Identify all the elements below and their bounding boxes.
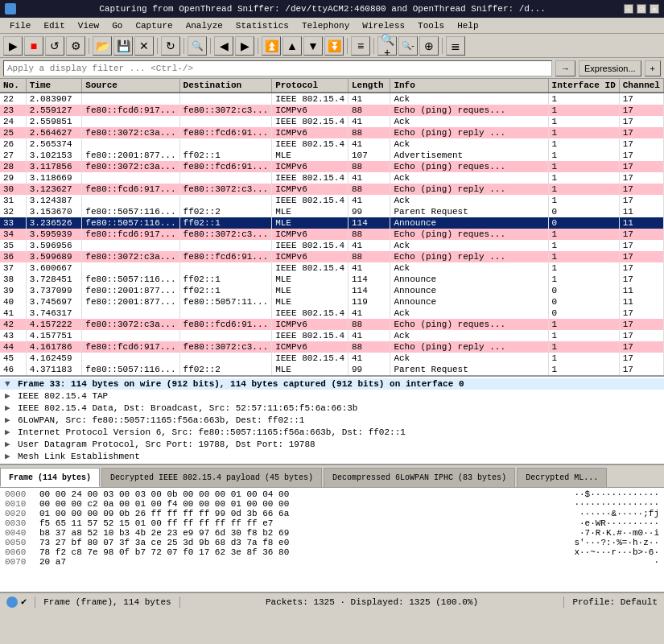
tab-0[interactable]: Frame (114 bytes) (0, 468, 100, 487)
tab-2[interactable]: Decompressed 6LoWPAN IPHC (83 bytes) (324, 468, 515, 487)
menu-capture[interactable]: Capture (129, 19, 179, 32)
hex-row[interactable]: 006078 f2 c8 7e 98 0f b7 72 07 f0 17 62 … (5, 547, 659, 557)
table-row[interactable]: 383.728451fe80::5057:116...ff02::1MLE114… (0, 274, 664, 285)
hex-row[interactable]: 005073 27 bf 80 07 3f 3a ce 25 3d 9b 68 … (5, 538, 659, 547)
go-forward-button[interactable]: ▶ (235, 36, 254, 56)
go-back-button[interactable]: ◀ (214, 36, 233, 56)
menu-analyze[interactable]: Analyze (179, 19, 229, 32)
detail-row[interactable]: ▶User Datagram Protocol, Src Port: 19788… (0, 438, 664, 450)
reload-button[interactable]: ↻ (161, 36, 180, 56)
go-down-button[interactable]: ▼ (303, 36, 323, 56)
col-header-no[interactable]: No. (0, 79, 26, 93)
col-header-time[interactable]: Time (26, 79, 82, 93)
table-row[interactable]: 454.162459IEEE 802.15.441Ack117 (0, 353, 664, 364)
table-cell: 1 (548, 127, 619, 138)
table-row[interactable]: 333.236526fe80::5057:116...ff02::1MLE114… (0, 217, 664, 229)
col-header-channel[interactable]: Channel (619, 79, 663, 93)
detail-row[interactable]: ▶Internet Protocol Version 6, Src: fe80:… (0, 426, 664, 438)
table-row[interactable]: 434.157751IEEE 802.15.441Ack117 (0, 330, 664, 341)
hex-offset: 0010 (5, 499, 33, 509)
save-button[interactable]: 💾 (113, 36, 133, 56)
col-header-length[interactable]: Length (348, 79, 390, 93)
table-row[interactable]: 273.102153fe80::2001:877...ff02::1MLE107… (0, 150, 664, 161)
detail-row[interactable]: ▶6LoWPAN, Src: fe80::5057:1165:f56a:663b… (0, 414, 664, 426)
table-cell: Echo (ping) reply ... (390, 341, 548, 353)
table-cell: 88 (348, 105, 390, 116)
table-row[interactable]: 393.737099fe80::2001:877...ff02::1MLE114… (0, 285, 664, 296)
table-cell: 41 (348, 353, 390, 364)
table-row[interactable]: 222.083907IEEE 802.15.441Ack117 (0, 93, 664, 105)
packet-list-container[interactable]: No. Time Source Destination Protocol Len… (0, 79, 664, 377)
go-up-button[interactable]: ▲ (283, 36, 302, 56)
col-header-source[interactable]: Source (82, 79, 179, 93)
detail-row[interactable]: ▶IEEE 802.15.4 TAP (0, 390, 664, 402)
tab-1[interactable]: Decrypted IEEE 802.15.4 payload (45 byte… (101, 468, 322, 487)
menu-wireless[interactable]: Wireless (356, 19, 411, 32)
go-bottom-button[interactable]: ⏬ (324, 36, 344, 56)
table-row[interactable]: 323.153670fe80::5057:116...ff02::2MLE99P… (0, 206, 664, 217)
table-row[interactable]: 283.117856fe80::3072:c3a...fe80::fcd6:91… (0, 161, 664, 172)
start-capture-button[interactable]: ▶ (3, 36, 23, 56)
restart-button[interactable]: ↺ (45, 36, 64, 56)
stop-capture-button[interactable]: ■ (24, 36, 43, 56)
zoom-out-button[interactable]: 🔍- (398, 36, 418, 56)
menu-view[interactable]: View (72, 19, 105, 32)
hex-row[interactable]: 0040b8 37 a8 52 10 b3 4b 2e 23 e9 97 6d … (5, 528, 659, 538)
menu-help[interactable]: Help (451, 19, 485, 32)
table-row[interactable]: 242.559851IEEE 802.15.441Ack117 (0, 116, 664, 127)
table-row[interactable]: 403.745697fe80::2001:877...fe80::5057:11… (0, 296, 664, 308)
menu-edit[interactable]: Edit (37, 19, 71, 32)
table-row[interactable]: 464.371183fe80::5057:116...ff02::2MLE99P… (0, 364, 664, 375)
add-filter-button[interactable]: + (645, 60, 661, 76)
tab-3[interactable]: Decrypted ML... (517, 468, 607, 487)
expand-arrow-icon: ▶ (5, 415, 14, 425)
hex-row[interactable]: 002001 00 00 00 09 0b 26 ff ff ff ff 99 … (5, 509, 659, 518)
table-cell: 11 (619, 217, 663, 229)
frame-info: Frame (frame), 114 bytes (43, 597, 171, 607)
table-row[interactable]: 303.123627fe80::fcd6:917...fe80::3072:c3… (0, 184, 664, 195)
hex-row[interactable]: 007020 a7 · (5, 557, 659, 567)
zoom-in-button[interactable]: 🔍+ (377, 36, 397, 56)
detail-row[interactable]: ▶IEEE 802.15.4 Data, Dst: Broadcast, Src… (0, 402, 664, 414)
minimize-button[interactable]: ─ (624, 4, 633, 14)
close-file-button[interactable]: ✕ (134, 36, 154, 56)
close-button[interactable]: ✕ (650, 4, 659, 14)
display-filter-input[interactable] (3, 60, 552, 76)
col-header-destination[interactable]: Destination (179, 79, 272, 93)
table-row[interactable]: 343.595939fe80::fcd6:917...fe80::3072:c3… (0, 229, 664, 240)
table-row[interactable]: 363.599689fe80::3072:c3a...fe80::fcd6:91… (0, 251, 664, 262)
menu-telephony[interactable]: Telephony (295, 19, 356, 32)
table-row[interactable]: 232.559127fe80::fcd6:917...fe80::3072:c3… (0, 105, 664, 116)
options-button[interactable]: ⚙ (66, 36, 85, 56)
menu-tools[interactable]: Tools (411, 19, 451, 32)
hex-row[interactable]: 001000 00 00 c2 0a 00 01 00 f4 00 00 00 … (5, 499, 659, 509)
table-row[interactable]: 313.124387IEEE 802.15.441Ack117 (0, 195, 664, 206)
table-row[interactable]: 444.161786fe80::fcd6:917...fe80::3072:c3… (0, 341, 664, 353)
open-button[interactable]: 📂 (93, 36, 112, 56)
table-row[interactable]: 424.157222fe80::3072:c3a...fe80::fcd6:91… (0, 319, 664, 330)
table-row[interactable]: 373.600667IEEE 802.15.441Ack117 (0, 262, 664, 274)
filter-arrow-button[interactable]: → (555, 60, 575, 76)
menu-statistics[interactable]: Statistics (229, 19, 295, 32)
go-top-button[interactable]: ⏫ (262, 36, 281, 56)
colorize-button[interactable]: ≡ (351, 36, 370, 56)
table-row[interactable]: 353.596956IEEE 802.15.441Ack117 (0, 240, 664, 251)
table-row[interactable]: 293.118669IEEE 802.15.441Ack117 (0, 172, 664, 184)
col-header-interface[interactable]: Interface ID (548, 79, 619, 93)
expression-button[interactable]: Expression... (579, 60, 641, 76)
table-row[interactable]: 262.565374IEEE 802.15.441Ack117 (0, 138, 664, 150)
expand-all-button[interactable]: ≣ (446, 36, 465, 56)
hex-row[interactable]: 000000 00 24 00 03 00 03 00 0b 00 00 00 … (5, 489, 659, 499)
zoom-reset-button[interactable]: ⊕ (419, 36, 439, 56)
find-button[interactable]: 🔍 (188, 36, 207, 56)
maximize-button[interactable]: □ (637, 4, 646, 14)
menu-go[interactable]: Go (105, 19, 129, 32)
col-header-protocol[interactable]: Protocol (272, 79, 348, 93)
hex-row[interactable]: 0030f5 65 11 57 52 15 01 00 ff ff ff ff … (5, 518, 659, 528)
col-header-info[interactable]: Info (390, 79, 548, 93)
detail-row[interactable]: ▼Frame 33: 114 bytes on wire (912 bits),… (0, 378, 664, 390)
detail-row[interactable]: ▶Mesh Link Establishment (0, 450, 664, 462)
table-row[interactable]: 413.746317IEEE 802.15.441Ack017 (0, 308, 664, 319)
table-row[interactable]: 252.564627fe80::3072:c3a...fe80::fcd6:91… (0, 127, 664, 138)
menu-file[interactable]: File (3, 19, 37, 32)
